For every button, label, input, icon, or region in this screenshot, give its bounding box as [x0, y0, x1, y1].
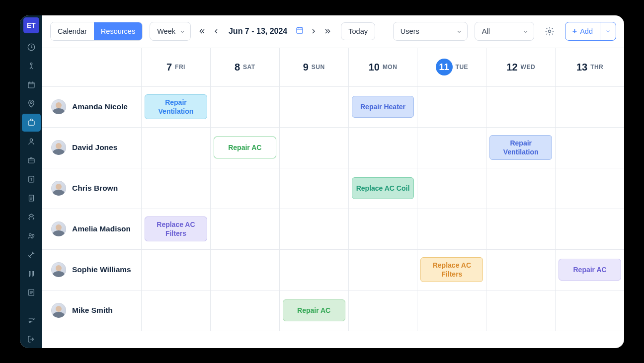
day-cell[interactable] [556, 128, 624, 168]
day-cell[interactable] [142, 168, 211, 209]
nav-dispatch[interactable] [22, 57, 41, 75]
day-cell[interactable] [142, 290, 211, 331]
day-cell[interactable] [556, 209, 624, 249]
day-cell[interactable]: Repair Ventilation [142, 87, 211, 127]
day-cell[interactable] [486, 168, 556, 209]
nav-feedback[interactable] [22, 265, 41, 283]
day-cell[interactable] [280, 209, 349, 249]
nav-docs[interactable] [22, 189, 41, 207]
resource-cell[interactable]: Amelia Madison [42, 209, 142, 249]
day-cell[interactable] [417, 290, 486, 331]
day-cell[interactable] [211, 87, 280, 127]
view-toggle-calendar[interactable]: Calendar [51, 22, 94, 40]
task-card[interactable]: Replace AC Filters [420, 257, 483, 282]
day-cell[interactable] [349, 250, 418, 290]
calendar-icon[interactable] [295, 26, 304, 37]
nav-logout[interactable] [22, 330, 41, 348]
resource-cell[interactable]: David Jones [42, 128, 142, 168]
brand-logo[interactable]: ET [23, 17, 39, 33]
nav-tools[interactable] [22, 246, 41, 264]
day-cell[interactable]: Repair AC [211, 128, 280, 168]
nav-reports[interactable] [22, 284, 41, 301]
day-header[interactable]: 12WED [486, 48, 556, 86]
day-cell[interactable] [486, 87, 556, 127]
day-cell[interactable] [211, 209, 280, 249]
nav-customers[interactable] [22, 133, 41, 150]
day-header[interactable]: 9SUN [280, 48, 349, 86]
task-card[interactable]: Repair AC [214, 137, 276, 158]
day-header[interactable]: 13THR [556, 48, 624, 86]
task-card[interactable]: Replace AC Filters [145, 217, 207, 241]
day-header[interactable]: 10MON [349, 48, 418, 86]
nav-calendar[interactable] [22, 76, 41, 94]
day-cell[interactable] [349, 209, 418, 249]
task-card[interactable]: Repair AC [283, 299, 345, 321]
add-button-dropdown[interactable] [600, 22, 616, 40]
task-card[interactable]: Repair Ventilation [145, 94, 207, 119]
day-cell[interactable]: Replace AC Filters [417, 250, 486, 290]
day-cell[interactable] [211, 250, 280, 290]
day-cell[interactable] [556, 87, 624, 127]
nav-settings[interactable] [22, 311, 41, 329]
view-toggle: Calendar Resources [50, 22, 143, 41]
add-button-group: + Add [565, 22, 616, 41]
day-cell[interactable] [417, 209, 486, 249]
nav-partners[interactable] [22, 208, 41, 226]
resource-cell[interactable]: Amanda Nicole [42, 87, 142, 127]
day-cell[interactable] [280, 87, 349, 127]
nav-prev-fast[interactable] [198, 27, 207, 36]
resource-cell[interactable]: Sophie Williams [42, 250, 142, 290]
day-cell[interactable]: Repair AC [556, 250, 624, 290]
day-cell[interactable]: Replace AC Filters [142, 209, 211, 249]
day-cell[interactable] [211, 290, 280, 331]
task-card[interactable]: Replace AC Coil [352, 177, 414, 199]
day-cell[interactable]: Repair Ventilation [486, 128, 556, 168]
resource-cell[interactable]: Mike Smith [42, 290, 142, 331]
task-card[interactable]: Repair Ventilation [489, 135, 552, 160]
nav-next[interactable] [309, 27, 318, 36]
day-cell[interactable] [486, 290, 556, 331]
nav-next-fast[interactable] [323, 27, 332, 36]
nav-prev[interactable] [212, 27, 221, 36]
day-header[interactable]: 8SAT [211, 48, 280, 86]
nav-map[interactable] [22, 95, 41, 113]
day-cell[interactable] [142, 250, 211, 290]
avatar [51, 181, 66, 196]
day-cell[interactable] [486, 209, 556, 249]
view-toggle-resources[interactable]: Resources [94, 22, 142, 40]
day-cell[interactable] [280, 128, 349, 168]
day-cell[interactable] [142, 128, 211, 168]
day-cell[interactable] [280, 168, 349, 209]
nav-team[interactable] [22, 227, 41, 245]
day-cell[interactable] [280, 250, 349, 290]
today-button[interactable]: Today [341, 22, 375, 40]
task-card[interactable]: Repair AC [559, 259, 621, 281]
day-header[interactable]: 11TUE [417, 48, 486, 86]
nav-archive[interactable] [22, 151, 41, 169]
task-card[interactable]: Repair Heater [352, 96, 414, 118]
nav-jobs[interactable] [22, 114, 41, 132]
nav-dashboard[interactable] [22, 38, 41, 56]
date-range-label: Jun 7 - 13, 2024 [226, 27, 290, 36]
day-cell[interactable]: Repair Heater [349, 87, 418, 127]
range-selector[interactable]: Week [150, 22, 191, 41]
day-cell[interactable]: Repair AC [280, 290, 349, 331]
day-cell[interactable] [556, 290, 624, 331]
day-cell[interactable] [417, 168, 486, 209]
resource-cell[interactable]: Chris Brown [42, 168, 142, 209]
day-cell[interactable]: Replace AC Coil [349, 168, 418, 209]
day-cell[interactable] [417, 87, 486, 127]
add-button[interactable]: + Add [565, 22, 600, 40]
day-cell[interactable] [486, 250, 556, 290]
filter-all[interactable]: All [475, 22, 534, 41]
day-cell[interactable] [417, 128, 486, 168]
settings-button[interactable] [541, 23, 558, 40]
day-cell[interactable] [349, 128, 418, 168]
day-header[interactable]: 7FRI [142, 48, 211, 86]
nav-billing[interactable] [22, 170, 41, 188]
day-cell[interactable] [211, 168, 280, 209]
day-cell[interactable] [556, 168, 624, 209]
filter-users[interactable]: Users [393, 22, 468, 41]
resource-name: Chris Brown [72, 184, 118, 193]
day-cell[interactable] [349, 290, 418, 331]
